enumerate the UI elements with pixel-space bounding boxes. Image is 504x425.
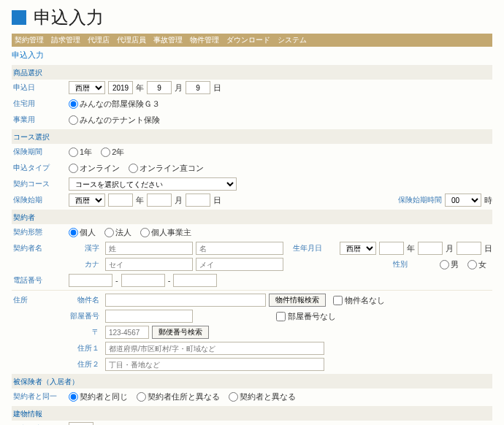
same-opt3-label: 契約者と異なる	[240, 391, 296, 402]
same-opt2-label: 契約者住所と異なる	[148, 391, 220, 402]
label-apply-date: 申込日	[12, 83, 69, 93]
cf-sole-radio[interactable]	[140, 228, 150, 237]
same-opt1-radio[interactable]	[69, 392, 78, 402]
phone-1[interactable]	[69, 274, 112, 287]
period-2y-radio[interactable]	[101, 148, 110, 157]
no-building-label: 物件名なし	[345, 295, 385, 306]
label-business: 事業用	[12, 115, 69, 125]
start-date-day[interactable]	[186, 194, 210, 207]
year-suffix: 年	[136, 83, 144, 93]
apply-type-direct-radio[interactable]	[129, 164, 138, 173]
menu-item[interactable]: 代理店	[88, 35, 110, 45]
birth-era[interactable]: 西暦	[340, 242, 376, 255]
label-same-as: 契約者と同一	[12, 391, 69, 402]
addr1-input[interactable]	[105, 342, 324, 355]
gender-f-radio[interactable]	[467, 260, 477, 269]
menu-item[interactable]: 契約管理	[15, 35, 44, 45]
screen-title: 申込入力	[12, 47, 492, 64]
menu-item[interactable]: 代理店員	[117, 35, 146, 45]
gender-m-label: 男	[451, 259, 459, 270]
birth-day[interactable]	[457, 242, 481, 255]
postal-lookup-button[interactable]: 郵便番号検索	[152, 326, 209, 339]
cf-corporate-label: 法人	[115, 227, 131, 238]
section-building: 建物情報	[12, 406, 492, 421]
page-title: 申込入力	[34, 6, 104, 29]
postal-input[interactable]	[105, 326, 149, 339]
apply-date-day[interactable]	[186, 81, 210, 94]
no-building-check[interactable]	[333, 296, 343, 305]
menu-item[interactable]: 請求管理	[51, 35, 80, 45]
cf-individual-radio[interactable]	[69, 228, 78, 237]
label-building-name: 物件名	[69, 295, 105, 305]
apply-type-direct-label: オンライン直コン	[140, 163, 204, 174]
label-address: 住所	[12, 295, 69, 305]
occupants-input[interactable]	[69, 422, 93, 425]
label-residential: 住宅用	[12, 99, 69, 109]
phone-3[interactable]	[173, 274, 217, 287]
page-title-row: 申込入力	[12, 6, 492, 29]
period-1y-label: 1年	[80, 147, 92, 158]
label-room-no: 部屋番号	[69, 311, 105, 321]
menu-item[interactable]: ダウンロード	[226, 35, 270, 45]
label-birth: 生年月日	[293, 243, 337, 253]
label-addr2: 住所２	[69, 359, 105, 370]
label-postal: 〒	[69, 327, 105, 337]
addr2-input[interactable]	[105, 358, 324, 371]
cf-individual-label: 個人	[80, 227, 96, 238]
building-name-input[interactable]	[105, 294, 266, 307]
contract-course-select[interactable]: コースを選択してください	[69, 177, 237, 191]
apply-date-month[interactable]	[147, 81, 172, 94]
label-kanji: 漢字	[69, 243, 105, 253]
gender-f-label: 女	[478, 259, 486, 270]
menu-item[interactable]: システム	[278, 35, 307, 45]
day-suffix: 日	[213, 195, 221, 206]
label-start-date: 保険始期	[12, 195, 69, 205]
name-mei[interactable]	[196, 242, 283, 255]
room-no-input[interactable]	[105, 310, 193, 323]
same-opt3-radio[interactable]	[229, 392, 238, 402]
cf-corporate-radio[interactable]	[104, 228, 114, 237]
section-insured: 被保険者（入居者）	[12, 374, 492, 388]
gender-m-radio[interactable]	[440, 260, 449, 269]
start-date-era[interactable]: 西暦	[69, 194, 105, 207]
cf-sole-label: 個人事業主	[151, 227, 191, 238]
year-suffix: 年	[407, 243, 415, 254]
day-suffix: 日	[213, 83, 221, 93]
start-time-select[interactable]: 00	[445, 194, 481, 207]
product-residential-label: みんなの部屋保険Ｇ３	[80, 99, 160, 110]
apply-date-era[interactable]: 西暦	[69, 81, 105, 94]
start-date-month[interactable]	[147, 194, 172, 207]
apply-type-online-label: オンライン	[80, 163, 120, 174]
apply-date-year[interactable]	[108, 81, 133, 94]
menu-item[interactable]: 物件管理	[190, 35, 219, 45]
label-period: 保険期間	[12, 147, 69, 157]
period-1y-radio[interactable]	[69, 148, 78, 157]
birth-month[interactable]	[418, 242, 443, 255]
hour-suffix: 時	[484, 195, 492, 206]
start-date-year[interactable]	[108, 194, 133, 207]
menu-item[interactable]: 事故管理	[153, 35, 183, 45]
day-suffix: 日	[484, 243, 492, 254]
label-kana: カナ	[69, 259, 105, 269]
label-contract-course: 契約コース	[12, 179, 69, 189]
label-phone: 電話番号	[12, 275, 69, 286]
section-contractor: 契約者	[12, 210, 492, 224]
same-opt1-label: 契約者と同じ	[80, 391, 128, 402]
period-2y-label: 2年	[112, 147, 124, 158]
phone-2[interactable]	[121, 274, 165, 287]
product-business-radio[interactable]	[69, 115, 78, 125]
label-start-time: 保険始期時間	[398, 195, 442, 205]
product-residential-radio[interactable]	[69, 99, 78, 109]
menubar: 契約管理 請求管理 代理店 代理店員 事故管理 物件管理 ダウンロード システム	[12, 34, 492, 47]
name-sei[interactable]	[105, 242, 193, 255]
name-sei-kana[interactable]	[105, 258, 193, 271]
label-addr1: 住所１	[69, 343, 105, 353]
section-course: コース選択	[12, 129, 492, 144]
building-lookup-button[interactable]: 物件情報検索	[269, 294, 326, 307]
no-room-check[interactable]	[276, 312, 286, 321]
label-contract-form: 契約形態	[12, 227, 69, 237]
same-opt2-radio[interactable]	[137, 392, 146, 402]
name-mei-kana[interactable]	[196, 258, 283, 271]
birth-year[interactable]	[379, 242, 404, 255]
apply-type-online-radio[interactable]	[69, 164, 78, 173]
